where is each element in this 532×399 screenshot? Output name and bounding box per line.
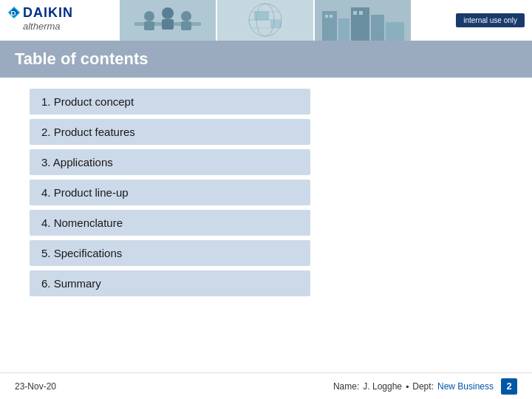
svg-rect-28 <box>359 11 363 15</box>
header-image-meeting <box>120 0 216 41</box>
svg-rect-27 <box>353 11 357 15</box>
svg-point-9 <box>181 11 191 21</box>
svg-text:D: D <box>11 9 16 17</box>
footer: 23-Nov-20 Name: J. Logghe ▪ Dept: New Bu… <box>0 372 532 399</box>
svg-rect-18 <box>270 21 282 28</box>
svg-point-7 <box>162 7 174 19</box>
toc-item-4[interactable]: 4. Product line-up <box>30 180 310 205</box>
footer-date: 23-Nov-20 <box>15 381 56 392</box>
footer-author-name: J. Logghe <box>363 381 402 392</box>
header-image-globe <box>217 0 313 41</box>
svg-rect-6 <box>144 21 154 30</box>
toc-list: 1. Product concept 2. Product features 3… <box>0 78 532 307</box>
toc-item-5[interactable]: 4. Nomenclature <box>30 210 310 236</box>
svg-point-5 <box>144 11 154 21</box>
logo-area: D DAIKIN altherma <box>7 5 74 36</box>
svg-rect-26 <box>330 15 332 18</box>
altherma-text: altherma <box>23 21 61 32</box>
title-bar: Table of contents <box>0 41 532 78</box>
page-title: Table of contents <box>15 50 149 69</box>
footer-separator: ▪ <box>406 381 409 392</box>
page-number: 2 <box>501 378 517 395</box>
footer-name-label: Name: <box>333 381 359 392</box>
header-images <box>81 0 449 41</box>
svg-rect-23 <box>371 15 384 41</box>
header-image-city <box>315 0 411 41</box>
svg-rect-17 <box>254 11 269 20</box>
toc-item-2[interactable]: 2. Product features <box>30 119 310 145</box>
svg-rect-24 <box>386 22 404 41</box>
svg-rect-21 <box>338 18 349 41</box>
internal-use-badge: internal use only <box>456 13 525 27</box>
footer-dept-value: New Business <box>437 381 494 392</box>
daikin-diamond-icon: D <box>7 6 21 19</box>
toc-item-3[interactable]: 3. Applications <box>30 149 310 175</box>
daikin-logo: D DAIKIN altherma <box>7 5 74 36</box>
header: D DAIKIN altherma <box>0 0 532 41</box>
footer-dept-label: Dept: <box>412 381 434 392</box>
svg-rect-8 <box>162 19 174 30</box>
toc-item-6[interactable]: 5. Specifications <box>30 240 310 266</box>
toc-item-7[interactable]: 6. Summary <box>30 270 310 296</box>
daikin-brand-text: DAIKIN <box>23 5 73 21</box>
footer-right: Name: J. Logghe ▪ Dept: New Business 2 <box>333 378 517 395</box>
svg-rect-25 <box>325 15 328 18</box>
toc-item-1[interactable]: 1. Product concept <box>30 89 310 115</box>
svg-rect-10 <box>181 21 191 30</box>
